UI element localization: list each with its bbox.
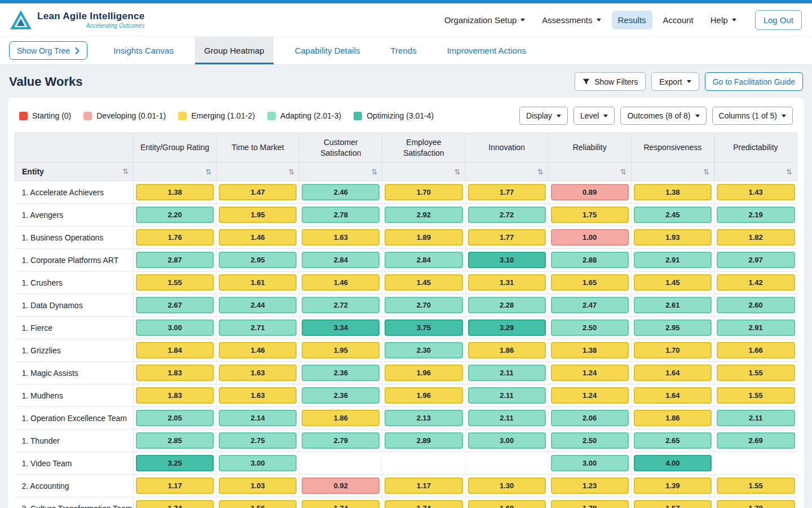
score-pill[interactable]: 1.55 xyxy=(717,365,795,381)
score-pill[interactable]: 1.42 xyxy=(717,274,795,291)
score-pill[interactable]: 2.46 xyxy=(302,184,379,200)
score-pill[interactable]: 1.17 xyxy=(136,478,214,494)
score-pill[interactable]: 1.78 xyxy=(717,500,795,508)
sort-icon[interactable]: ⇅ xyxy=(454,168,461,176)
score-pill[interactable]: 1.83 xyxy=(136,387,214,404)
score-pill[interactable]: 2.72 xyxy=(468,207,546,223)
score-pill[interactable]: 1.43 xyxy=(717,184,795,200)
score-pill[interactable]: 3.75 xyxy=(385,319,462,336)
score-pill[interactable]: 1.63 xyxy=(219,387,297,404)
facilitation-guide-button[interactable]: Go to Facilitation Guide xyxy=(705,72,803,91)
score-pill[interactable]: 1.65 xyxy=(551,274,629,291)
score-pill[interactable]: 1.77 xyxy=(468,229,546,246)
score-pill[interactable]: 2.06 xyxy=(551,410,629,426)
score-pill[interactable]: 2.72 xyxy=(302,297,379,313)
score-pill[interactable]: 1.66 xyxy=(717,342,795,358)
score-pill[interactable]: 1.45 xyxy=(634,274,712,291)
score-pill[interactable]: 2.71 xyxy=(219,319,297,336)
score-pill[interactable]: 1.86 xyxy=(302,410,379,426)
score-pill[interactable]: 1.78 xyxy=(551,500,629,508)
score-pill[interactable]: 2.75 xyxy=(219,432,297,449)
score-pill[interactable]: 2.92 xyxy=(385,207,462,223)
tab-group-heatmap[interactable]: Group Heatmap xyxy=(195,37,273,64)
score-pill[interactable]: 1.24 xyxy=(551,365,629,381)
score-pill[interactable]: 2.50 xyxy=(551,432,629,449)
score-pill[interactable]: 1.64 xyxy=(634,387,712,404)
score-pill[interactable]: 1.45 xyxy=(385,274,462,291)
score-pill[interactable]: 1.95 xyxy=(302,342,379,358)
sort-control-customer-satisfaction[interactable]: ⇅ xyxy=(299,163,382,181)
score-pill[interactable]: 1.31 xyxy=(468,274,546,291)
score-pill[interactable]: 2.11 xyxy=(468,387,546,404)
score-pill[interactable]: 1.46 xyxy=(219,229,297,246)
score-pill[interactable]: 3.00 xyxy=(136,319,214,336)
score-pill[interactable]: 3.10 xyxy=(468,252,546,268)
nav-item-account[interactable]: Account xyxy=(657,11,700,29)
sort-icon[interactable]: ⇅ xyxy=(205,168,211,176)
score-pill[interactable]: 2.28 xyxy=(468,297,546,313)
score-pill[interactable]: 1.75 xyxy=(551,207,629,223)
entity-sort-header[interactable]: Entity ⇅ xyxy=(15,163,134,181)
columns-1-of-5-dropdown[interactable]: Columns (1 of 5) xyxy=(712,107,793,125)
score-pill[interactable]: 2.78 xyxy=(302,207,379,223)
score-pill[interactable]: 1.74 xyxy=(385,500,462,508)
score-pill[interactable]: 1.69 xyxy=(468,500,546,508)
score-pill[interactable]: 1.86 xyxy=(468,342,546,358)
score-pill[interactable]: 2.11 xyxy=(468,365,546,381)
score-pill[interactable]: 2.14 xyxy=(219,410,297,426)
score-pill[interactable]: 1.70 xyxy=(385,184,462,200)
score-pill[interactable]: 1.74 xyxy=(136,500,214,508)
score-pill[interactable]: 2.67 xyxy=(136,297,214,313)
score-pill[interactable]: 1.57 xyxy=(634,500,712,508)
score-pill[interactable]: 1.03 xyxy=(219,478,297,494)
score-pill[interactable]: 3.00 xyxy=(468,432,546,449)
score-pill[interactable]: 1.63 xyxy=(302,229,379,246)
score-pill[interactable]: 3.00 xyxy=(219,455,297,471)
score-pill[interactable]: 2.05 xyxy=(136,410,214,426)
score-pill[interactable]: 2.44 xyxy=(219,297,297,313)
score-pill[interactable]: 2.89 xyxy=(385,432,462,449)
score-pill[interactable]: 2.19 xyxy=(717,207,795,223)
score-pill[interactable]: 1.83 xyxy=(136,365,214,381)
sort-control-employee-satisfaction[interactable]: ⇅ xyxy=(382,163,465,181)
score-pill[interactable]: 2.45 xyxy=(634,207,712,223)
score-pill[interactable]: 1.55 xyxy=(717,387,795,404)
score-pill[interactable]: 2.11 xyxy=(468,410,546,426)
score-pill[interactable]: 1.46 xyxy=(219,342,297,358)
nav-item-assessments[interactable]: Assessments xyxy=(536,11,607,29)
score-pill[interactable]: 2.36 xyxy=(302,365,379,381)
score-pill[interactable]: 1.89 xyxy=(385,229,462,246)
score-pill[interactable]: 2.47 xyxy=(551,297,629,313)
sort-control-entity-group-rating[interactable]: ⇅ xyxy=(134,163,217,181)
score-pill[interactable]: 1.56 xyxy=(219,500,297,508)
score-pill[interactable]: 4.00 xyxy=(634,455,712,471)
score-pill[interactable]: 2.20 xyxy=(136,207,214,223)
sort-icon[interactable]: ⇅ xyxy=(620,168,626,176)
score-pill[interactable]: 2.70 xyxy=(385,297,462,313)
score-pill[interactable]: 3.00 xyxy=(551,455,629,471)
score-pill[interactable]: 2.65 xyxy=(634,432,712,449)
score-pill[interactable]: 2.95 xyxy=(634,319,712,336)
export-button[interactable]: Export xyxy=(651,72,699,91)
score-pill[interactable]: 2.11 xyxy=(717,410,795,426)
score-pill[interactable]: 1.55 xyxy=(717,478,795,494)
show-org-tree-button[interactable]: Show Org Tree xyxy=(9,41,87,60)
score-pill[interactable]: 1.00 xyxy=(551,229,629,246)
score-pill[interactable]: 2.50 xyxy=(551,319,629,336)
score-pill[interactable]: 2.91 xyxy=(717,319,795,336)
score-pill[interactable]: 0.92 xyxy=(302,478,379,494)
score-pill[interactable]: 1.93 xyxy=(634,229,712,246)
tab-insights-canvas[interactable]: Insights Canvas xyxy=(104,37,183,64)
score-pill[interactable]: 1.38 xyxy=(136,184,214,200)
brand[interactable]: Lean Agile Intelligence Accelerating Out… xyxy=(10,10,144,29)
score-pill[interactable]: 2.60 xyxy=(717,297,795,313)
score-pill[interactable]: 2.69 xyxy=(717,432,795,449)
score-pill[interactable]: 2.36 xyxy=(302,387,379,404)
score-pill[interactable]: 1.64 xyxy=(634,365,712,381)
score-pill[interactable]: 1.96 xyxy=(385,387,462,404)
score-pill[interactable]: 2.87 xyxy=(136,252,214,268)
score-pill[interactable]: 2.61 xyxy=(634,297,712,313)
sort-icon[interactable]: ⇅ xyxy=(288,168,294,176)
score-pill[interactable]: 1.82 xyxy=(717,229,795,246)
score-pill[interactable]: 1.39 xyxy=(634,478,712,494)
